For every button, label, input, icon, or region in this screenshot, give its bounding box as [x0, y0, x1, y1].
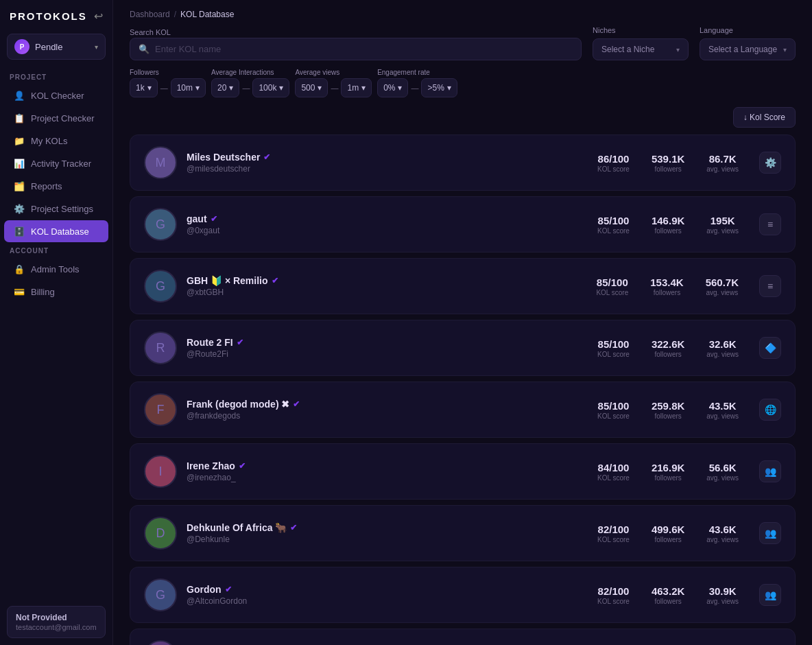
engagement-rate-min-select[interactable]: 0% ▾: [377, 78, 408, 97]
search-filters-row: Search KOL 🔍 Niches Select a Niche ▾ Lan…: [130, 26, 796, 60]
kol-card[interactable]: I Ignas | DeFi ✔ @ignas_defi 81/100 KOL …: [130, 629, 796, 645]
kol-avatar: R: [144, 331, 177, 364]
avg-views-min-select[interactable]: 500 ▾: [295, 78, 328, 97]
sidebar: PROTOKOLS ↩ P Pendle ▾ PROJECT 👤 KOL Che…: [0, 0, 113, 645]
kol-card[interactable]: I Irene Zhao ✔ @irenezhao_ 84/100 KOL sc…: [130, 443, 796, 500]
kol-card[interactable]: D Dehkunle Of Africa 🐂 ✔ @Dehkunle 82/10…: [130, 505, 796, 561]
followers-max: 10m: [177, 83, 193, 93]
kol-name: Dehkunle Of Africa 🐂 ✔: [187, 522, 588, 533]
kol-name: Route 2 FI ✔: [187, 337, 588, 348]
kol-stats: 86/100 KOL score 539.1K followers 86.7K …: [597, 153, 739, 173]
sidebar-item-my-kols[interactable]: 📁 My KOLs: [4, 130, 108, 152]
sidebar-item-kol-database[interactable]: 🗄️ KOL Database: [4, 220, 108, 242]
chevron-down-icon: ▾: [279, 83, 283, 93]
kol-card[interactable]: G gaut ✔ @0xgaut 85/100 KOL score 146.9K…: [130, 196, 796, 253]
avg-views-min: 500: [301, 83, 315, 93]
kol-followers-value: 216.9K: [652, 462, 684, 473]
kol-action-button[interactable]: 🌐: [759, 399, 781, 421]
kol-action-button[interactable]: 👥: [759, 460, 781, 482]
kol-score-value: 84/100: [598, 462, 630, 473]
sidebar-item-project-settings[interactable]: ⚙️ Project Settings: [4, 198, 108, 220]
chevron-down-icon: ▾: [398, 83, 402, 93]
engagement-rate-label: Engagement rate: [377, 69, 457, 76]
sidebar-header: PROTOKOLS ↩: [0, 0, 112, 30]
avg-interactions-max-select[interactable]: 100k ▾: [252, 78, 289, 97]
kol-action-button[interactable]: 🔷: [759, 337, 781, 359]
kol-action-button[interactable]: 👥: [759, 584, 781, 606]
sidebar-item-activity-tracker[interactable]: 📊 Activity Tracker: [4, 152, 108, 174]
followers-max-select[interactable]: 10m ▾: [171, 78, 206, 97]
breadcrumb: Dashboard / KOL Database: [113, 0, 812, 26]
kol-info: Frank (degod mode) ✖ ✔ @frankdegods: [187, 399, 588, 421]
kol-avgviews-stat: 560.7K avg. views: [706, 277, 739, 296]
avg-interactions-label: Average Interactions: [211, 69, 289, 76]
kol-actions: ≡: [759, 275, 781, 297]
avg-views-max-select[interactable]: 1m ▾: [341, 78, 372, 97]
language-select[interactable]: Select a Language ▾: [700, 38, 796, 60]
kol-action-button[interactable]: ≡: [759, 213, 781, 235]
followers-min: 1k: [136, 83, 145, 93]
kol-stats: 85/100 KOL score 146.9K followers 195K a…: [597, 215, 739, 235]
kol-avatar: F: [144, 393, 177, 426]
kol-followers-stat: 259.8K followers: [652, 400, 684, 420]
kol-followers-value: 499.6K: [652, 524, 684, 535]
kol-score-stat: 82/100 KOL score: [597, 585, 630, 605]
kol-card[interactable]: G GBH 🔰 × Remilio ✔ @xbtGBH 85/100 KOL s…: [130, 258, 796, 314]
kol-handle: @0xgaut: [187, 226, 588, 235]
search-label: Search KOL: [130, 28, 582, 36]
kol-followers-label: followers: [654, 474, 681, 482]
kol-avatar: G: [144, 208, 177, 241]
workspace-selector[interactable]: P Pendle ▾: [7, 34, 106, 60]
kol-avgviews-label: avg. views: [706, 536, 739, 543]
kol-avgviews-label: avg. views: [706, 474, 739, 482]
kol-info: Miles Deutscher ✔ @milesdeutscher: [187, 152, 588, 174]
kol-followers-label: followers: [654, 351, 681, 358]
engagement-rate-max: >5%: [427, 83, 444, 93]
kol-card[interactable]: F Frank (degod mode) ✖ ✔ @frankdegods 85…: [130, 382, 796, 438]
reports-icon: 🗂️: [14, 180, 25, 191]
avg-views-range: Average views 500 ▾ — 1m ▾: [295, 69, 372, 97]
back-icon[interactable]: ↩: [94, 10, 103, 23]
breadcrumb-dashboard[interactable]: Dashboard: [130, 10, 170, 19]
range-separator: —: [242, 84, 250, 92]
kol-info: gaut ✔ @0xgaut: [187, 213, 588, 235]
sidebar-item-label: Project Checker: [31, 113, 94, 124]
account-card: Not Provided testaccount@gmail.com: [7, 606, 106, 638]
kol-followers-label: followers: [654, 598, 681, 605]
engagement-rate-max-select[interactable]: >5% ▾: [421, 78, 457, 97]
kol-avgviews-stat: 32.6K avg. views: [706, 338, 739, 358]
search-input[interactable]: [155, 44, 573, 54]
followers-inputs: 1k ▾ — 10m ▾: [130, 78, 206, 97]
sort-kol-score-button[interactable]: ↓ Kol Score: [733, 107, 796, 128]
kol-avgviews-value: 560.7K: [706, 277, 739, 288]
sidebar-item-project-checker[interactable]: 📋 Project Checker: [4, 107, 108, 129]
chevron-down-icon: ▾: [195, 83, 200, 93]
kol-card[interactable]: M Miles Deutscher ✔ @milesdeutscher 86/1…: [130, 134, 796, 191]
content-area: Search KOL 🔍 Niches Select a Niche ▾ Lan…: [113, 26, 812, 645]
kol-score-stat: 84/100 KOL score: [597, 462, 630, 482]
sidebar-bottom: Not Provided testaccount@gmail.com: [0, 599, 112, 645]
sidebar-item-billing[interactable]: 💳 Billing: [4, 281, 108, 303]
kol-avgviews-label: avg. views: [706, 412, 739, 420]
kol-action-button[interactable]: ⚙️: [759, 152, 781, 174]
search-box[interactable]: 🔍: [130, 38, 582, 60]
verified-badge: ✔: [237, 338, 243, 347]
niches-label: Niches: [593, 26, 689, 34]
kol-score-label: KOL score: [597, 536, 630, 543]
sidebar-item-kol-checker[interactable]: 👤 KOL Checker: [4, 84, 108, 106]
sidebar-item-label: Project Settings: [31, 204, 93, 214]
sort-bar: ↓ Kol Score: [130, 107, 796, 128]
kol-action-button[interactable]: 👥: [759, 522, 781, 544]
kol-followers-label: followers: [654, 536, 681, 543]
niches-select[interactable]: Select a Niche ▾: [593, 38, 689, 60]
kol-action-button[interactable]: ≡: [759, 275, 781, 297]
kol-card[interactable]: G Gordon ✔ @AltcoinGordon 82/100 KOL sco…: [130, 567, 796, 623]
sidebar-item-reports[interactable]: 🗂️ Reports: [4, 175, 108, 197]
followers-range: Followers 1k ▾ — 10m ▾: [130, 69, 206, 97]
kol-followers-stat: 153.4K followers: [650, 277, 683, 296]
sidebar-item-admin-tools[interactable]: 🔒 Admin Tools: [4, 258, 108, 280]
kol-card[interactable]: R Route 2 FI ✔ @Route2Fi 85/100 KOL scor…: [130, 320, 796, 376]
followers-min-select[interactable]: 1k ▾: [130, 78, 158, 97]
my-kols-icon: 📁: [14, 135, 25, 146]
avg-interactions-min-select[interactable]: 20 ▾: [211, 78, 239, 97]
